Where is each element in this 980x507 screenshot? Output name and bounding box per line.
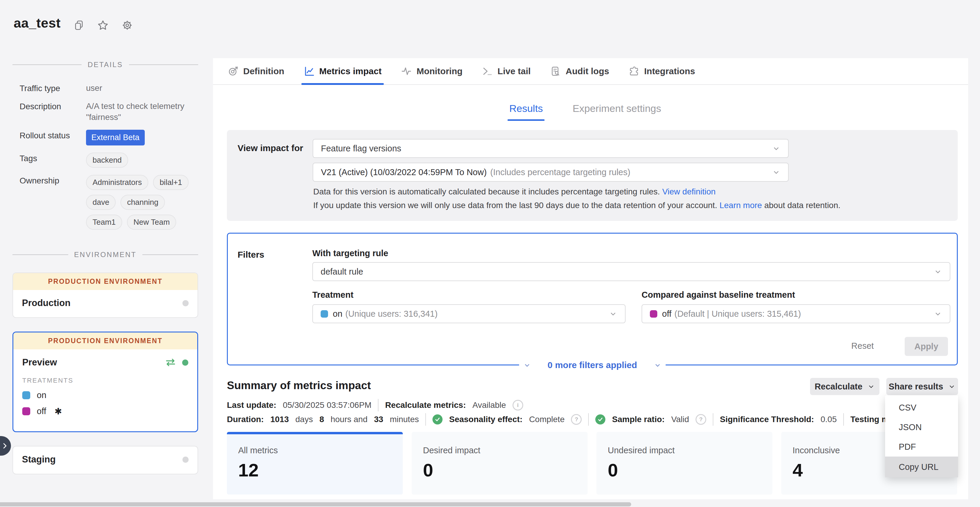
help-icon[interactable]: ?	[571, 414, 582, 425]
tab-metrics-impact[interactable]: Metrics impact	[304, 58, 382, 84]
version-note-1: Data for this version is automatically c…	[313, 187, 716, 196]
baseline-detail: (Default | Unique users: 315,461)	[675, 309, 801, 319]
subtab-experiment-settings[interactable]: Experiment settings	[573, 103, 661, 121]
menu-item-json[interactable]: JSON	[885, 417, 958, 437]
environment-card-staging[interactable]: Staging	[13, 446, 198, 474]
version-dropdown[interactable]: V21 (Active) (10/03/2022 04:59PM To Now)…	[313, 163, 789, 182]
view-impact-panel: View impact for Feature flag versions V2…	[227, 130, 958, 221]
card-value: 12	[238, 459, 403, 481]
environment-card-preview[interactable]: PRODUCTION ENVIRONMENT Preview TREATMENT…	[13, 332, 198, 432]
description-label: Description	[19, 100, 86, 123]
learn-more-link[interactable]: Learn more	[719, 201, 762, 210]
subtab-results[interactable]: Results	[509, 103, 543, 121]
menu-item-pdf[interactable]: PDF	[885, 437, 958, 456]
status-dot-gray	[182, 456, 189, 463]
line-chart-icon	[304, 66, 314, 77]
owner-pill: Team1	[86, 215, 122, 230]
production-environment-banner: PRODUCTION ENVIRONMENT	[13, 273, 197, 290]
version-value-note: (Includes percentage targeting rules)	[490, 167, 630, 177]
treatment-row-off: off ✱	[22, 406, 188, 416]
treatment-dropdown[interactable]: on (Unique users: 316,341)	[312, 304, 625, 323]
page-title: aa_test	[14, 16, 61, 31]
environment-card-production[interactable]: PRODUCTION ENVIRONMENT Production	[13, 273, 198, 318]
treatment-detail: (Unique users: 316,341)	[345, 309, 438, 319]
impact-type-dropdown[interactable]: Feature flag versions	[313, 139, 789, 158]
description-row: Description A/A test to check telemetry …	[19, 100, 198, 123]
chevron-down-icon	[934, 309, 942, 318]
tab-integrations[interactable]: Integrations	[629, 58, 695, 84]
info-icon[interactable]: i	[512, 400, 523, 411]
description-value: A/A test to check telemetry "fairness"	[86, 100, 198, 123]
last-update-value: 05/30/2025 03:57:06PM	[283, 400, 371, 410]
chevron-right-icon	[1, 442, 9, 450]
targeting-rule-label: With targeting rule	[312, 249, 388, 258]
duration-label: Duration:	[227, 415, 264, 424]
rollout-status-badge: External Beta	[86, 130, 145, 145]
card-desired-impact[interactable]: Desired impact 0	[412, 432, 588, 494]
sample-ratio-value: Valid	[671, 415, 689, 424]
card-all-metrics[interactable]: All metrics 12	[227, 432, 403, 494]
summary-title: Summary of metrics impact	[227, 379, 371, 392]
swap-arrows-icon	[165, 359, 176, 366]
puzzle-icon	[629, 66, 640, 77]
summary-meta-row-1: Last update: 05/30/2025 03:57:06PM Recal…	[227, 399, 523, 411]
baseline-label: Compared against baseline treatment	[641, 290, 795, 300]
production-environment-banner: PRODUCTION ENVIRONMENT	[13, 332, 197, 349]
targeting-rule-value: default rule	[321, 267, 363, 277]
star-icon[interactable]	[97, 19, 108, 31]
targeting-rule-dropdown[interactable]: default rule	[312, 262, 950, 281]
menu-item-copy-url[interactable]: Copy URL	[885, 456, 958, 477]
default-treatment-icon: ✱	[54, 406, 62, 416]
card-undesired-impact[interactable]: Undesired impact 0	[597, 432, 772, 494]
horizontal-scrollbar[interactable]	[0, 502, 631, 506]
help-icon[interactable]: ?	[695, 414, 706, 425]
version-note-2: If you update this version we will only …	[313, 201, 841, 210]
pulse-icon	[401, 66, 412, 77]
sample-ratio-label: Sample ratio:	[612, 415, 664, 424]
recalculate-button[interactable]: Recalculate	[810, 378, 880, 395]
tab-live-tail[interactable]: Live tail	[482, 58, 531, 84]
view-definition-link[interactable]: View definition	[662, 187, 716, 196]
environment-section-header: ENVIRONMENT	[13, 250, 198, 259]
target-icon	[228, 66, 239, 77]
gear-icon[interactable]	[122, 19, 133, 31]
reset-button[interactable]: Reset	[839, 341, 886, 351]
tab-bar: Definition Metrics impact Monitoring Liv…	[213, 58, 968, 85]
owner-pill: New Team	[127, 215, 176, 230]
environment-name: Preview	[22, 357, 57, 368]
audit-log-icon	[550, 66, 561, 77]
environment-name: Production	[22, 298, 71, 308]
card-label: Desired impact	[423, 446, 588, 455]
results-subtabs: Results Experiment settings	[509, 103, 661, 121]
check-circle-icon	[433, 415, 442, 424]
view-impact-label: View impact for	[238, 143, 303, 153]
tab-label: Monitoring	[417, 66, 462, 76]
chevron-down-icon	[772, 144, 780, 153]
copy-icon[interactable]	[73, 20, 84, 30]
ownership-label: Ownership	[19, 175, 86, 230]
tab-audit-logs[interactable]: Audit logs	[550, 58, 609, 84]
apply-button[interactable]: Apply	[905, 337, 948, 356]
baseline-dropdown[interactable]: off (Default | Unique users: 315,461)	[641, 304, 950, 323]
environment-name: Staging	[22, 454, 56, 465]
chevron-down-icon	[867, 383, 875, 391]
treatment-color-swatch	[650, 310, 657, 317]
header-actions	[73, 19, 133, 31]
tab-definition[interactable]: Definition	[228, 58, 284, 84]
tab-monitoring[interactable]: Monitoring	[401, 58, 462, 84]
tag-pill: backend	[86, 153, 128, 168]
owner-pill: dave	[86, 195, 116, 210]
card-label: Undesired impact	[608, 446, 772, 455]
chevron-down-icon	[609, 309, 617, 318]
treatment-color-swatch	[22, 407, 30, 415]
menu-item-csv[interactable]: CSV	[885, 398, 958, 417]
main-panel: Definition Metrics impact Monitoring Liv…	[213, 58, 968, 499]
card-value: 0	[608, 459, 772, 481]
tab-label: Integrations	[644, 66, 695, 76]
sidebar-collapse-toggle[interactable]	[0, 436, 11, 456]
tags-row: Tags backend	[19, 153, 198, 168]
share-results-button[interactable]: Share results	[886, 378, 958, 395]
more-filters-toggle[interactable]: 0 more filters applied	[519, 359, 666, 371]
card-value: 0	[423, 459, 588, 481]
version-value: V21 (Active) (10/03/2022 04:59PM To Now)	[321, 167, 487, 177]
